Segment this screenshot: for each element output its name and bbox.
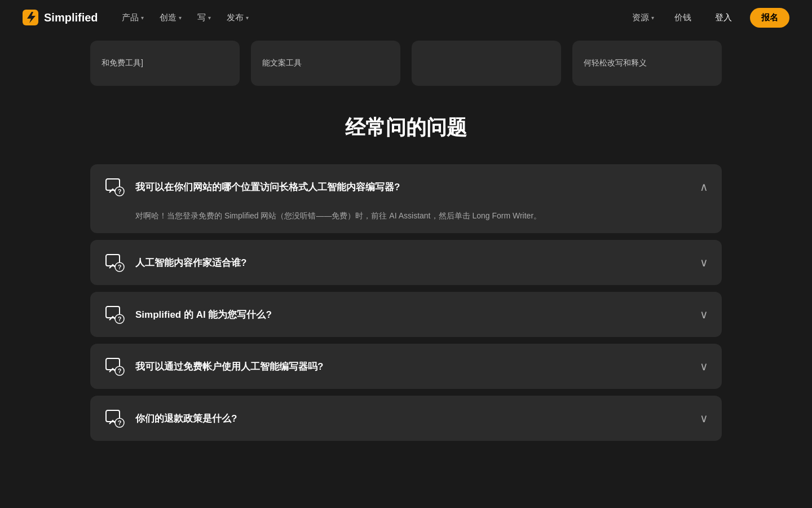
faq-question-1: 我可以在你们网站的哪个位置访问长格式人工智能内容编写器?: [135, 181, 400, 194]
brand-name: Simplified: [44, 11, 98, 24]
card-2: 能文案工具: [251, 41, 400, 86]
logo-icon: [23, 10, 38, 25]
faq-header-left-4: ? 我可以通过免费帐户使用人工智能编写器吗?: [104, 355, 323, 378]
card-1: 和免费工具]: [90, 41, 240, 86]
faq-header-1: ? 我可以在你们网站的哪个位置访问长格式人工智能内容编写器? ∧: [104, 164, 708, 209]
nav-item-publish[interactable]: 发布 ▾: [221, 9, 254, 27]
svg-text:?: ?: [118, 264, 122, 270]
nav-item-write[interactable]: 写 ▾: [192, 9, 217, 27]
top-cards-row: 和免费工具] 能文案工具 何轻松改写和释义: [0, 35, 812, 91]
faq-item-4[interactable]: ? 我可以通过免费帐户使用人工智能编写器吗? ∨: [90, 344, 722, 389]
faq-icon-3: ?: [104, 303, 126, 326]
svg-text:?: ?: [118, 367, 122, 374]
faq-question-2: 人工智能内容作家适合谁?: [135, 256, 246, 269]
logo[interactable]: Simplified: [23, 10, 98, 25]
faq-icon-5: ?: [104, 407, 126, 430]
faq-icon-4: ?: [104, 355, 126, 378]
faq-header-3: ? Simplified 的 AI 能为您写什么? ∨: [104, 292, 708, 337]
faq-question-4: 我可以通过免费帐户使用人工智能编写器吗?: [135, 360, 323, 373]
login-button[interactable]: 登入: [706, 9, 741, 27]
faq-header-left-1: ? 我可以在你们网站的哪个位置访问长格式人工智能内容编写器?: [104, 176, 400, 198]
faq-icon-2: ?: [104, 251, 126, 274]
navbar-left: Simplified 产品 ▾ 创造 ▾ 写 ▾ 发布 ▾: [23, 9, 254, 27]
faq-item-5[interactable]: ? 你们的退款政策是什么? ∨: [90, 396, 722, 441]
faq-list: ? 我可以在你们网站的哪个位置访问长格式人工智能内容编写器? ∧ 对啊哈！当您登…: [90, 164, 722, 441]
svg-text:?: ?: [118, 188, 122, 195]
main-content: 经常问的问题 ? 我可以在你们网站的哪个位置访问长格式人工智能内容编写器?: [0, 91, 812, 463]
chevron-up-icon-1: ∧: [700, 180, 708, 194]
chevron-down-icon: ▾: [141, 15, 144, 21]
faq-header-left-3: ? Simplified 的 AI 能为您写什么?: [104, 303, 272, 326]
chevron-down-icon-2: ∨: [700, 256, 708, 269]
card-4: 何轻松改写和释义: [572, 41, 722, 86]
faq-header-4: ? 我可以通过免费帐户使用人工智能编写器吗? ∨: [104, 344, 708, 389]
nav-item-create[interactable]: 创造 ▾: [154, 9, 187, 27]
navbar-right: 资源 ▾ 价钱 登入 报名: [626, 8, 789, 28]
faq-icon-1: ?: [104, 176, 126, 198]
faq-title: 经常问的问题: [90, 114, 722, 142]
svg-text:?: ?: [118, 316, 122, 322]
nav-item-resources[interactable]: 资源 ▾: [626, 9, 660, 27]
nav-item-product[interactable]: 产品 ▾: [116, 9, 149, 27]
nav-menu: 产品 ▾ 创造 ▾ 写 ▾ 发布 ▾: [116, 9, 254, 27]
chevron-down-icon-5: ∨: [700, 411, 708, 425]
faq-header-left-5: ? 你们的退款政策是什么?: [104, 407, 237, 430]
chevron-down-icon-3: ∨: [700, 308, 708, 321]
chevron-down-icon: ▾: [179, 15, 182, 21]
chevron-down-icon: ▾: [208, 15, 211, 21]
faq-item-3[interactable]: ? Simplified 的 AI 能为您写什么? ∨: [90, 292, 722, 337]
chevron-down-icon: ▾: [651, 15, 654, 21]
card-3: [412, 41, 561, 86]
faq-question-5: 你们的退款政策是什么?: [135, 412, 237, 425]
faq-header-5: ? 你们的退款政策是什么? ∨: [104, 396, 708, 441]
chevron-down-icon-4: ∨: [700, 360, 708, 373]
svg-text:?: ?: [118, 419, 122, 426]
faq-question-3: Simplified 的 AI 能为您写什么?: [135, 308, 272, 321]
faq-item-1[interactable]: ? 我可以在你们网站的哪个位置访问长格式人工智能内容编写器? ∧ 对啊哈！当您登…: [90, 164, 722, 233]
chevron-down-icon: ▾: [246, 15, 249, 21]
faq-header-2: ? 人工智能内容作家适合谁? ∨: [104, 240, 708, 285]
nav-pricing[interactable]: 价钱: [669, 9, 697, 27]
faq-answer-1: 对啊哈！当您登录免费的 Simplified 网站（您没听错——免费）时，前往 …: [104, 209, 708, 233]
signup-button[interactable]: 报名: [750, 8, 789, 28]
navbar: Simplified 产品 ▾ 创造 ▾ 写 ▾ 发布 ▾ 资源 ▾: [0, 0, 812, 35]
faq-header-left-2: ? 人工智能内容作家适合谁?: [104, 251, 246, 274]
faq-item-2[interactable]: ? 人工智能内容作家适合谁? ∨: [90, 240, 722, 285]
